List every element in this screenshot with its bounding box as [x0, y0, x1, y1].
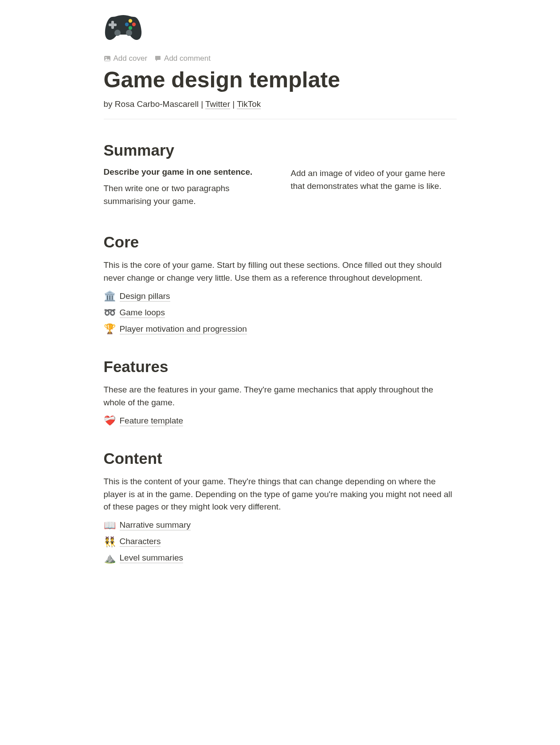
loop-icon: ➿ [104, 307, 115, 318]
add-cover-button[interactable]: Add cover [104, 53, 148, 64]
features-body[interactable]: These are the features in your game. The… [104, 384, 457, 409]
link-level-summaries[interactable]: ⛰️ Level summaries [104, 551, 457, 566]
add-cover-label: Add cover [114, 54, 148, 63]
byline: by Rosa Carbo-Mascarell | Twitter | TikT… [104, 99, 457, 119]
link-design-pillars[interactable]: 🏛️ Design pillars [104, 289, 457, 304]
page-link-label: Characters [120, 537, 161, 547]
svg-point-6 [114, 30, 121, 36]
features-links: ❤️‍🩹 Feature template [104, 413, 457, 428]
svg-rect-1 [109, 24, 117, 26]
byline-prefix: by Rosa Carbo-Mascarell | [104, 99, 206, 109]
twitter-link[interactable]: Twitter [205, 99, 230, 109]
link-characters[interactable]: 👯 Characters [104, 534, 457, 549]
svg-point-9 [105, 57, 106, 59]
pillar-icon: 🏛️ [104, 290, 115, 302]
core-body[interactable]: This is the core of your game. Start by … [104, 259, 457, 284]
page-link-label: Design pillars [120, 291, 170, 302]
summary-media-note: Add an image of video of your game here … [291, 167, 457, 192]
mountain-icon: ⛰️ [104, 553, 115, 564]
image-icon [104, 55, 111, 62]
summary-columns: Describe your game in one sentence. Then… [104, 167, 457, 212]
svg-point-3 [132, 23, 135, 26]
summary-heading[interactable]: Summary [104, 141, 457, 159]
page-link-label: Player motivation and progression [120, 324, 247, 334]
heart-icon: ❤️‍🩹 [104, 415, 115, 427]
page-actions: Add cover Add comment [104, 53, 457, 64]
link-narrative-summary[interactable]: 📖 Narrative summary [104, 518, 457, 533]
summary-left[interactable]: Describe your game in one sentence. Then… [104, 167, 270, 212]
link-game-loops[interactable]: ➿ Game loops [104, 305, 457, 320]
content-heading[interactable]: Content [104, 450, 457, 467]
page-link-label: Narrative summary [120, 520, 191, 530]
features-heading[interactable]: Features [104, 358, 457, 376]
trophy-icon: 🏆 [104, 323, 115, 335]
tiktok-link[interactable]: TikTok [237, 99, 261, 109]
add-comment-label: Add comment [164, 54, 211, 63]
book-icon: 📖 [104, 520, 115, 531]
people-icon: 👯 [104, 536, 115, 548]
svg-point-7 [126, 30, 132, 36]
comment-icon [154, 55, 161, 62]
svg-point-5 [125, 23, 128, 26]
core-links: 🏛️ Design pillars ➿ Game loops 🏆 Player … [104, 289, 457, 337]
core-heading[interactable]: Core [104, 233, 457, 251]
byline-sep: | [230, 99, 237, 109]
page-link-label: Level summaries [120, 553, 184, 563]
summary-body: Then write one or two paragraphs summari… [104, 182, 270, 208]
page-link-label: Feature template [120, 416, 184, 426]
page-link-label: Game loops [120, 308, 165, 318]
summary-right[interactable]: Add an image of video of your game here … [291, 167, 457, 212]
content-links: 📖 Narrative summary 👯 Characters ⛰️ Leve… [104, 518, 457, 566]
page-icon[interactable] [104, 13, 143, 41]
link-feature-template[interactable]: ❤️‍🩹 Feature template [104, 413, 457, 428]
link-player-motivation[interactable]: 🏆 Player motivation and progression [104, 322, 457, 337]
page-title[interactable]: Game design template [104, 67, 457, 93]
add-comment-button[interactable]: Add comment [154, 53, 211, 64]
content-body[interactable]: This is the content of your game. They'r… [104, 475, 457, 514]
svg-point-4 [128, 26, 132, 30]
summary-strong: Describe your game in one sentence. [104, 167, 270, 177]
svg-point-2 [128, 19, 132, 23]
